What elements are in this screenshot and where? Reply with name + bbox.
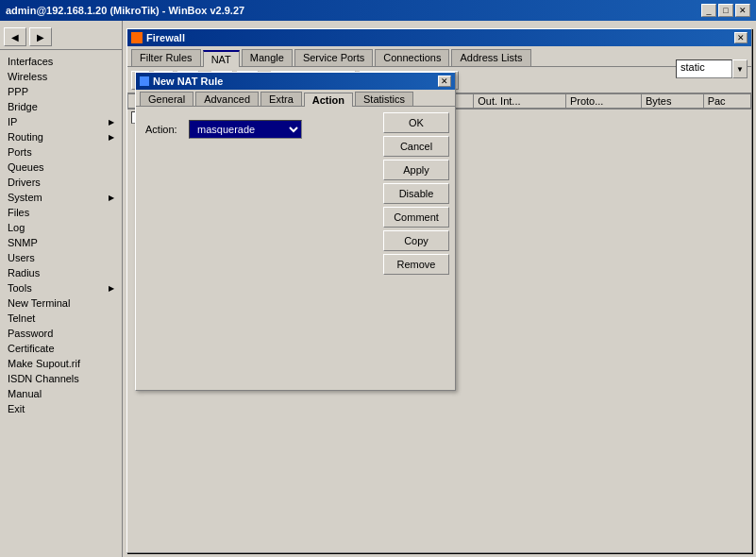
title-bar: admin@192.168.1.20 (MikroTik) - WinBox v… (0, 0, 756, 21)
sidebar-label-make-supout: Make Supout.rif (8, 358, 80, 369)
nat-remove-button[interactable]: Remove (383, 254, 449, 275)
nat-ok-button[interactable]: OK (383, 112, 449, 133)
sidebar-label-queues: Queues (8, 161, 44, 173)
sidebar-item-system[interactable]: System▶ (0, 190, 122, 205)
sidebar-item-users[interactable]: Users (0, 250, 122, 265)
main-container: ◀ ▶ InterfacesWirelessPPPBridgeIP▶Routin… (0, 21, 756, 557)
nat-dialog-tabs: GeneralAdvancedExtraActionStatistics (136, 90, 455, 107)
sidebar-item-telnet[interactable]: Telnet (0, 311, 122, 326)
firewall-tab-filter-rules[interactable]: Filter Rules (131, 49, 201, 66)
sidebar-label-manual: Manual (8, 388, 42, 399)
table-header-bytes: Bytes (641, 94, 703, 109)
nat-dialog: New NAT Rule ✕ GeneralAdvancedExtraActio… (135, 72, 456, 391)
action-row: Action: masquerade accept drop dst-nat s… (142, 112, 378, 146)
sidebar-item-radius[interactable]: Radius (0, 265, 122, 280)
nat-cancel-button[interactable]: Cancel (383, 136, 449, 157)
firewall-tab-connections[interactable]: Connections (375, 49, 449, 66)
sidebar-arrow-tools: ▶ (109, 284, 114, 293)
sidebar-item-certificate[interactable]: Certificate (0, 341, 122, 356)
sidebar-label-drivers: Drivers (8, 177, 41, 188)
nat-dialog-close-button[interactable]: ✕ (438, 76, 451, 87)
table-header-proto---: Proto... (565, 94, 641, 109)
nat-dialog-icon (140, 76, 149, 86)
sidebar-label-snmp: SNMP (8, 237, 38, 248)
sidebar-item-bridge[interactable]: Bridge (0, 99, 122, 114)
firewall-close-button[interactable]: ✕ (734, 32, 748, 43)
forward-button[interactable]: ▶ (29, 27, 52, 46)
close-button[interactable]: ✕ (735, 4, 750, 17)
sidebar-label-ppp: PPP (8, 86, 28, 97)
sidebar-label-ip: IP (8, 116, 17, 127)
sidebar-item-routing[interactable]: Routing▶ (0, 129, 122, 144)
nat-form: Action: masquerade accept drop dst-nat s… (142, 112, 378, 384)
firewall-tab-mangle[interactable]: Mangle (242, 49, 293, 66)
nat-dialog-buttons: OKCancelApplyDisableCommentCopyRemove (383, 112, 449, 384)
nat-tab-general[interactable]: General (140, 92, 193, 106)
back-button[interactable]: ◀ (4, 27, 26, 46)
firewall-tab-bar: Filter RulesNATMangleService PortsConnec… (127, 46, 751, 67)
nat-tab-extra[interactable]: Extra (260, 92, 302, 106)
sidebar-label-wireless: Wireless (8, 71, 47, 82)
static-value: static (676, 59, 732, 78)
sidebar-item-isdn-channels[interactable]: ISDN Channels (0, 371, 122, 386)
sidebar-label-isdn-channels: ISDN Channels (8, 373, 79, 384)
sidebar-item-drivers[interactable]: Drivers (0, 175, 122, 190)
nat-tab-action[interactable]: Action (304, 93, 353, 107)
sidebar-item-tools[interactable]: Tools▶ (0, 280, 122, 295)
nat-apply-button[interactable]: Apply (383, 160, 449, 180)
nat-tab-statistics[interactable]: Statistics (355, 92, 413, 106)
sidebar-item-log[interactable]: Log (0, 220, 122, 235)
sidebar-item-new-terminal[interactable]: New Terminal (0, 295, 122, 311)
sidebar-label-users: Users (8, 252, 35, 263)
action-label: Action: (145, 124, 183, 135)
nat-comment-button[interactable]: Comment (383, 207, 449, 228)
sidebar-item-ports[interactable]: Ports (0, 144, 122, 160)
sidebar-item-wireless[interactable]: Wireless (0, 69, 122, 84)
sidebar-item-files[interactable]: Files (0, 205, 122, 220)
sidebar-label-certificate: Certificate (8, 343, 55, 354)
sidebar-item-password[interactable]: Password (0, 326, 122, 341)
nat-dialog-body: Action: masquerade accept drop dst-nat s… (136, 107, 455, 390)
action-select[interactable]: masquerade accept drop dst-nat src-nat r… (189, 120, 302, 139)
maximize-button[interactable]: □ (718, 4, 733, 17)
sidebar-item-ip[interactable]: IP▶ (0, 114, 122, 129)
nat-disable-button[interactable]: Disable (383, 183, 449, 204)
nat-dialog-title-text: New NAT Rule (153, 76, 223, 87)
minimize-button[interactable]: _ (701, 4, 716, 17)
firewall-tab-nat[interactable]: NAT (203, 50, 240, 67)
nat-tab-advanced[interactable]: Advanced (195, 92, 259, 106)
sidebar-item-snmp[interactable]: SNMP (0, 235, 122, 250)
nat-dialog-titlebar: New NAT Rule ✕ (136, 73, 455, 90)
table-header-pac: Pac (703, 94, 750, 109)
sidebar-label-interfaces: Interfaces (8, 56, 53, 67)
sidebar-label-routing: Routing (8, 131, 43, 143)
sidebar-arrow-ip: ▶ (109, 118, 114, 127)
sidebar-arrow-routing: ▶ (109, 133, 114, 142)
sidebar-label-system: System (8, 192, 42, 203)
sidebar-item-make-supout[interactable]: Make Supout.rif (0, 356, 122, 371)
firewall-titlebar: Firewall ✕ (127, 29, 751, 46)
firewall-tab-address-lists[interactable]: Address Lists (451, 49, 530, 66)
nat-copy-button[interactable]: Copy (383, 230, 449, 251)
window-title: admin@192.168.1.20 (MikroTik) - WinBox v… (6, 5, 244, 16)
content-area: Firewall ✕ Filter RulesNATMangleService … (123, 21, 756, 557)
sidebar-label-bridge: Bridge (8, 101, 38, 112)
sidebar-label-ports: Ports (8, 146, 32, 158)
sidebar-label-radius: Radius (8, 267, 40, 278)
static-dropdown: static ▼ (676, 59, 748, 78)
sidebar-label-password: Password (8, 328, 53, 339)
firewall-icon (131, 32, 143, 43)
sidebar-item-exit[interactable]: Exit (0, 401, 122, 416)
firewall-title: Firewall (131, 32, 185, 43)
sidebar-toolbar: ◀ ▶ (0, 25, 122, 50)
sidebar-item-interfaces[interactable]: Interfaces (0, 54, 122, 69)
firewall-tab-service-ports[interactable]: Service Ports (294, 49, 373, 66)
sidebar-label-files: Files (8, 207, 29, 218)
sidebar-label-new-terminal: New Terminal (8, 297, 70, 309)
sidebar-label-log: Log (8, 222, 25, 233)
sidebar-item-queues[interactable]: Queues (0, 160, 122, 175)
table-header-out--int---: Out. Int... (474, 94, 566, 109)
static-dropdown-arrow[interactable]: ▼ (732, 59, 748, 78)
sidebar-item-manual[interactable]: Manual (0, 386, 122, 401)
sidebar-item-ppp[interactable]: PPP (0, 84, 122, 99)
